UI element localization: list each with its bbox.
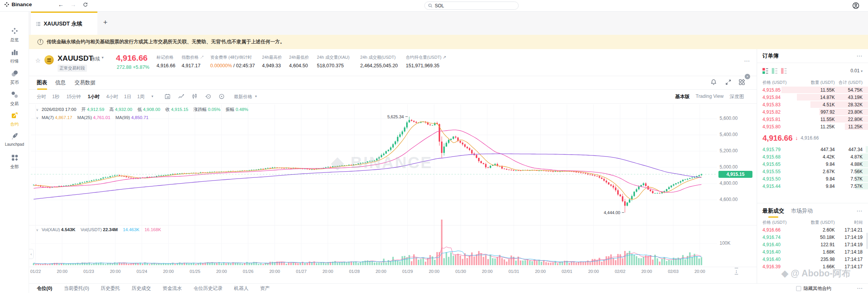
binance-logo[interactable]: Binance <box>4 2 32 7</box>
stat-open-interest[interactable]: 合约持仓量(USDT) ↗ 151,971,969.35 <box>406 55 446 68</box>
tab-info[interactable]: 信息 <box>55 79 66 86</box>
trade-row[interactable]: 4,916.401.68K17:14:18 <box>757 248 868 256</box>
checkbox[interactable] <box>796 286 801 291</box>
add-tab-button[interactable]: + <box>103 18 107 27</box>
tab-assets[interactable]: 资产 <box>260 285 270 292</box>
candlestick-chart[interactable]: 5,625.344,444.00 <box>29 104 757 267</box>
chart-settings-icon[interactable] <box>218 93 225 101</box>
chart-style-line-icon[interactable] <box>178 93 184 101</box>
collapse-caret-icon[interactable]: ∨ <box>36 108 39 112</box>
nav-back-button[interactable]: ← <box>58 1 64 8</box>
tab-trade-history[interactable]: 历史成交 <box>132 285 151 292</box>
view-depth[interactable]: 深度图 <box>730 94 744 100</box>
orderbook-bid-row[interactable]: 4,915.509.847.57K <box>757 175 868 182</box>
tab-transaction-history[interactable]: 资金流水 <box>163 285 182 292</box>
book-mode-bids-icon[interactable] <box>772 68 778 74</box>
price-mode-caret[interactable]: ▾ <box>255 94 257 98</box>
interval-time[interactable]: 分时 <box>37 94 46 100</box>
favorite-star-icon[interactable]: ☆ <box>35 57 41 64</box>
trade-row[interactable]: 4,916.40122.9117:14:19 <box>757 241 868 248</box>
time-axis[interactable]: ↕01/2220:0001/2320:0001/2420:0001/2520:0… <box>29 267 757 275</box>
sidebar-item-overview[interactable]: 总览 <box>0 27 29 43</box>
pair-dropdown-caret[interactable]: ▾ <box>102 55 104 60</box>
alert-bell-icon[interactable] <box>710 79 717 87</box>
interval-dropdown-caret[interactable]: ▾ <box>151 94 153 98</box>
collapse-caret-icon[interactable]: ∨ <box>36 228 39 232</box>
collapse-caret-icon[interactable]: ∨ <box>36 116 39 120</box>
chart-style-candle-icon[interactable] <box>191 93 198 101</box>
sidebar-item-launchpad[interactable]: Launchpad <box>0 132 29 146</box>
stat-value: 151,971,969.35 <box>406 63 446 68</box>
tab-order-history[interactable]: 历史委托 <box>101 285 120 292</box>
date-range-icon[interactable] <box>164 93 171 101</box>
sidebar-label: 全部 <box>0 164 29 170</box>
sidebar-item-futures[interactable]: 合约 <box>0 111 29 127</box>
view-basic[interactable]: 基本版 <box>675 94 690 100</box>
orderbook-bid-row[interactable]: 4,915.659.844.88K <box>757 160 868 168</box>
footer-more-menu[interactable]: ⋯ <box>857 285 863 292</box>
vol-ma1-value: 14.463K <box>123 227 140 232</box>
trade-row[interactable]: 4,916.662.60K17:14:21 <box>757 226 868 233</box>
orderbook-ask-row[interactable]: 4,915.8414.87K43.19K <box>757 94 868 101</box>
book-mode-both-icon[interactable] <box>762 68 768 74</box>
nav-forward-button[interactable]: → <box>70 1 76 8</box>
orderbook-bid-row[interactable]: 4,915.684.42K4.87K <box>757 153 868 160</box>
sidebar-item-trade[interactable]: 交易 <box>0 91 29 107</box>
trades-scrollbar[interactable] <box>866 233 868 249</box>
hide-other-contracts-checkbox[interactable]: 隐藏其他合约 <box>796 285 831 292</box>
price-mode-dropdown[interactable]: 最新价格 <box>234 94 252 100</box>
precision-dropdown[interactable]: 0.01 ▾ <box>851 68 863 73</box>
orderbook-ask-row[interactable]: 4,915.8111.55K22.80K <box>757 116 868 123</box>
interval-1h[interactable]: 1小时 <box>88 94 100 100</box>
orderbook-bid-row[interactable]: 4,915.79447.34447.34 <box>757 146 868 153</box>
orderbook-more-menu[interactable]: ⋯ <box>856 53 863 60</box>
fullscreen-icon[interactable] <box>725 79 732 87</box>
ticker-more-menu[interactable]: ⋯ <box>744 58 750 65</box>
interval-1d[interactable]: 1日 <box>124 94 131 100</box>
sidebar-item-all[interactable]: 全部 <box>0 154 29 170</box>
orderbook-ask-row[interactable]: 4,915.834.51K28.32K <box>757 101 868 108</box>
pair-name[interactable]: XAUUSDT <box>58 54 93 63</box>
tab-positions[interactable]: 仓位(0) <box>37 285 52 292</box>
refresh-button[interactable] <box>83 2 88 9</box>
sidebar-item-buy-crypto[interactable]: 买币 <box>0 70 29 85</box>
close-badge-icon[interactable]: × <box>745 74 750 79</box>
trade-row[interactable]: 4,916.40235.9817:14:17 <box>757 256 868 263</box>
panel-collapse-handle[interactable]: ‹ <box>29 249 34 259</box>
orderbook-bid-row[interactable]: 4,915.552.67K7.56K <box>757 168 868 175</box>
stat-index-price[interactable]: 指数价格 ↗ 4,917.17 <box>182 55 204 68</box>
tab-bots[interactable]: 机器人 <box>234 285 249 292</box>
trade-icon <box>11 91 19 99</box>
interval-1s[interactable]: 1秒 <box>52 94 60 100</box>
orderbook-mid-price[interactable]: 4,916.66 ↓ 4,916.66 <box>757 130 868 146</box>
axis-scale-icon[interactable]: ↕ <box>735 268 738 274</box>
orderbook-ask-row[interactable]: 4,915.82997.9223.80K <box>757 108 868 116</box>
tab-chart[interactable]: 图表 <box>37 79 47 86</box>
sidebar-item-markets[interactable]: 行情 <box>0 48 29 64</box>
ma7-value: 4,867.17 <box>55 115 72 120</box>
trade-row[interactable]: 4,916.7450.18K17:14:19 <box>757 233 868 241</box>
interval-1w[interactable]: 1周 <box>137 94 145 100</box>
interval-4h[interactable]: 4小时 <box>106 94 118 100</box>
orderbook-ask-row[interactable]: 4,915.8511.55K54.75K <box>757 86 868 94</box>
search-input[interactable]: SOL <box>424 2 519 10</box>
book-mode-asks-icon[interactable] <box>781 68 787 74</box>
orderbook-ask-row[interactable]: 4,915.8011.25K11.25K <box>757 123 868 130</box>
indicators-icon[interactable] <box>205 93 211 101</box>
tab-trading-data[interactable]: 交易数据 <box>75 79 95 86</box>
tab-position-history[interactable]: 仓位历史记录 <box>194 285 223 292</box>
overview-icon <box>11 27 19 35</box>
orderbook-bid-row[interactable]: 4,915.449.847.57K <box>757 182 868 190</box>
tab-market-moves[interactable]: 市场异动 <box>791 208 813 215</box>
tab-recent-trades[interactable]: 最新成交 <box>762 208 784 215</box>
ma99-value: 4,850.71 <box>131 115 148 120</box>
layout-grid-icon[interactable] <box>739 79 745 87</box>
trade-row[interactable]: 4,916.391.66K17:14:17 <box>757 263 868 270</box>
tab-open-orders[interactable]: 当前委托(0) <box>64 285 89 292</box>
tab-xauusdt-perp[interactable]: XAUUSDT 永续 <box>31 12 97 35</box>
view-tradingview[interactable]: Trading View <box>696 94 723 99</box>
interval-15m[interactable]: 15分钟 <box>66 94 81 100</box>
profile-button[interactable] <box>852 2 859 11</box>
trades-more-menu[interactable]: ⋯ <box>856 208 863 215</box>
checkbox-label: 隐藏其他合约 <box>803 285 831 292</box>
